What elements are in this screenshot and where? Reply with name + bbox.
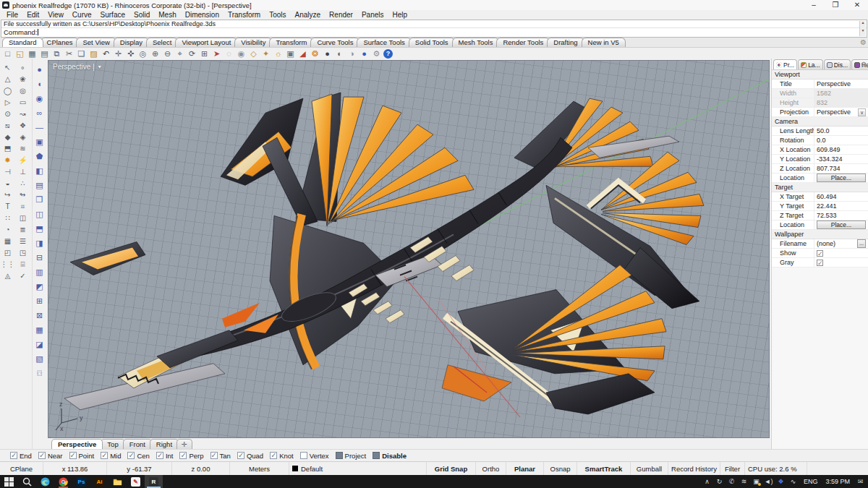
menu-surface[interactable]: Surface bbox=[96, 10, 129, 20]
taskbar-chrome-icon[interactable] bbox=[54, 475, 72, 488]
taskbar-start-icon[interactable] bbox=[0, 475, 18, 488]
menu-view[interactable]: View bbox=[43, 10, 68, 20]
tray-onedrive-icon[interactable]: ∿ bbox=[787, 475, 799, 488]
taskbar-pen-app-icon[interactable]: ✎ bbox=[127, 475, 145, 488]
tab-cplanes[interactable]: CPlanes bbox=[41, 38, 80, 47]
dropdown-value[interactable]: Perspective bbox=[817, 108, 851, 116]
osnap-checkbox[interactable] bbox=[127, 452, 135, 459]
panel-tab-display[interactable]: Dis... bbox=[824, 59, 851, 69]
render-icon[interactable]: ◢ bbox=[297, 48, 308, 59]
status-planar[interactable]: Planar bbox=[506, 462, 544, 475]
show-objects-icon[interactable]: ◉ bbox=[236, 48, 247, 59]
tab-solid-tools[interactable]: Solid Tools bbox=[409, 38, 455, 47]
property-value[interactable] bbox=[814, 249, 868, 257]
menu-file[interactable]: File bbox=[2, 10, 22, 20]
panel-tab-layers[interactable]: La... bbox=[798, 59, 823, 69]
lock-icon[interactable]: ▣ bbox=[285, 48, 296, 59]
osnap-cen[interactable]: Cen bbox=[127, 452, 149, 460]
property-value[interactable]: 0.0 bbox=[814, 136, 868, 145]
cap-top-icon[interactable]: ⬒ bbox=[35, 221, 43, 236]
lamp-icon[interactable]: ☼ bbox=[273, 48, 284, 59]
property-value[interactable]: Place... bbox=[814, 174, 868, 182]
hemisphere-icon[interactable]: ◖ bbox=[37, 77, 42, 91]
osnap-checkbox[interactable] bbox=[210, 452, 218, 459]
status-filter[interactable]: Filter bbox=[720, 462, 745, 475]
hatch-icon[interactable]: ⌗ bbox=[15, 201, 30, 213]
action-center-icon[interactable]: ✉ bbox=[854, 475, 867, 488]
status-meters[interactable]: Meters bbox=[230, 462, 289, 475]
command-scroll[interactable]: ▲▼ bbox=[859, 21, 866, 36]
minimize-button[interactable]: – bbox=[803, 0, 825, 10]
arc-icon[interactable]: ▷ bbox=[0, 97, 15, 108]
viewport-tab-top[interactable]: Top bbox=[101, 439, 124, 449]
osnap-checkbox[interactable] bbox=[38, 452, 46, 459]
osnap-checkbox[interactable] bbox=[373, 452, 380, 459]
paste-icon[interactable]: ▨ bbox=[88, 48, 99, 59]
hide-objects-icon[interactable]: ◌ bbox=[224, 48, 234, 59]
maximize-button[interactable]: ❐ bbox=[825, 0, 846, 10]
status-default[interactable]: Default bbox=[289, 462, 427, 475]
osnap-checkbox[interactable] bbox=[300, 452, 307, 459]
tab-drafting[interactable]: Drafting bbox=[547, 38, 584, 47]
sphere-icon[interactable]: ● bbox=[37, 62, 42, 77]
torus-icon[interactable]: ∞ bbox=[37, 106, 43, 120]
tab-mesh-tools[interactable]: Mesh Tools bbox=[452, 38, 500, 47]
tray-display-icon[interactable]: ▣ bbox=[750, 475, 762, 488]
corner-box-icon[interactable]: ◩ bbox=[35, 279, 43, 294]
blend-curve-icon[interactable]: ↪ bbox=[0, 189, 15, 201]
polygon-icon[interactable]: ⊙ bbox=[0, 108, 15, 120]
curve-freeform-icon[interactable]: ❀ bbox=[15, 74, 30, 85]
scale-icon[interactable]: ≣ bbox=[15, 224, 30, 236]
taskbar-search-icon[interactable] bbox=[18, 475, 36, 488]
perspective-viewport[interactable]: Perspective ▼ bbox=[48, 60, 770, 438]
check-icon[interactable]: ✓ bbox=[15, 270, 30, 282]
flash-trim-icon[interactable]: ⚡ bbox=[15, 155, 30, 166]
taskbar-photoshop-icon[interactable]: Ps bbox=[72, 475, 90, 488]
tab-surface-tools[interactable]: Surface Tools bbox=[357, 38, 411, 47]
tab-viewport-layout[interactable]: Viewport Layout bbox=[175, 38, 237, 47]
osnap-tan[interactable]: Tan bbox=[210, 452, 231, 460]
status-grid-snap[interactable]: Grid Snap bbox=[427, 462, 476, 475]
tab-display[interactable]: Display bbox=[114, 38, 149, 47]
osnap-disable[interactable]: Disable bbox=[373, 452, 407, 460]
object-snap-icon[interactable]: ◇ bbox=[248, 48, 259, 59]
pyramid-icon[interactable]: ⬟ bbox=[36, 149, 43, 163]
status-y-61-37[interactable]: y -61.37 bbox=[107, 462, 172, 475]
tray-hidden-icons-icon[interactable]: ∧ bbox=[701, 475, 713, 488]
zoom-out-icon[interactable]: ⊖ bbox=[162, 48, 173, 59]
join-icon[interactable]: ⊥ bbox=[15, 166, 30, 178]
helix-icon[interactable]: ↝ bbox=[15, 108, 30, 120]
solid-box-icon[interactable]: ◆ bbox=[0, 132, 15, 143]
offset-curve-icon[interactable]: ↬ bbox=[15, 189, 30, 201]
box-icon[interactable]: ▣ bbox=[35, 134, 43, 149]
tray-sync-icon[interactable]: ↻ bbox=[713, 475, 726, 488]
slab-icon[interactable]: ▤ bbox=[35, 178, 43, 192]
menu-mesh[interactable]: Mesh bbox=[154, 10, 180, 20]
osnap-point[interactable]: Point bbox=[69, 452, 95, 460]
options-icon[interactable]: ⚙ bbox=[371, 48, 382, 59]
open-file-icon[interactable]: ◱ bbox=[14, 48, 25, 59]
tray-wifi-icon[interactable]: ≋ bbox=[738, 475, 750, 488]
osnap-checkbox[interactable] bbox=[10, 452, 17, 459]
solid-sphere-icon[interactable]: ◈ bbox=[15, 132, 30, 143]
tab-new-in-v5[interactable]: New in V5 bbox=[582, 38, 626, 47]
menu-curve[interactable]: Curve bbox=[68, 10, 96, 20]
status-cpu-use-2-6-[interactable]: CPU use: 2.6 % bbox=[745, 462, 807, 475]
osnap-knot[interactable]: Knot bbox=[270, 452, 294, 460]
status-z-0-00[interactable]: z 0.00 bbox=[172, 462, 230, 475]
taskbar-edge-icon[interactable] bbox=[36, 475, 54, 488]
zoom-extents-icon[interactable]: ◎ bbox=[137, 48, 148, 59]
intersect-icon[interactable]: ⊠ bbox=[36, 308, 43, 322]
save-icon[interactable]: ▦ bbox=[27, 48, 38, 59]
tab-gear-icon[interactable]: ⚙ bbox=[860, 38, 867, 46]
osnap-vertex[interactable]: Vertex bbox=[300, 452, 329, 460]
shade-box-icon[interactable]: ◪ bbox=[35, 337, 43, 351]
browse-button[interactable]: ... bbox=[857, 239, 866, 248]
split-icon[interactable]: ⊣ bbox=[0, 166, 15, 178]
clock[interactable]: 3:59 PM bbox=[822, 478, 854, 485]
status-ortho[interactable]: Ortho bbox=[476, 462, 506, 475]
tab-visibility[interactable]: Visibility bbox=[234, 38, 272, 47]
viewport-layout-icon[interactable]: ⊞ bbox=[199, 48, 210, 59]
property-value[interactable]: 60.494 bbox=[814, 192, 868, 201]
print-icon[interactable]: ▤ bbox=[39, 48, 50, 59]
